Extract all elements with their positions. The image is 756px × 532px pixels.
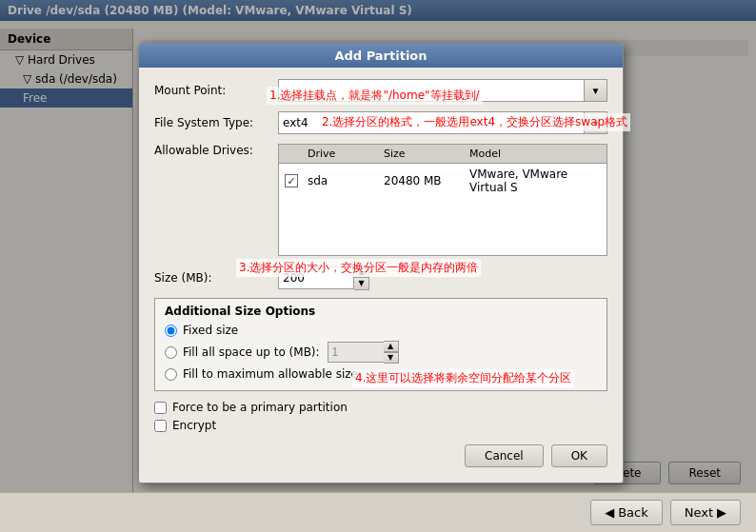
encrypt-label: Encrypt <box>172 419 216 432</box>
col-drive: Drive <box>302 147 378 161</box>
additional-size-options: Additional Size Options Fixed size Fill … <box>154 298 607 391</box>
fill-down-btn: ▼ <box>384 352 398 363</box>
fill-spinner: ▲ ▼ <box>384 341 399 364</box>
cancel-button[interactable]: Cancel <box>465 444 544 467</box>
drive-size: 20480 MB <box>378 173 464 188</box>
bottom-bar: ◀ Back Next ▶ <box>0 492 756 532</box>
force-primary-row: Force to be a primary partition <box>154 401 607 414</box>
option-fixed-row: Fixed size <box>165 324 597 337</box>
drives-table-container: Drive Size Model sda 20480 MB VMware, VM… <box>278 144 607 256</box>
back-icon: ◀ <box>605 505 614 520</box>
drive-name: sda <box>302 173 378 188</box>
option-fill-max-row: Fill to maximum allowable size <box>165 367 597 381</box>
next-label: Next <box>685 505 713 520</box>
size-input-wrap: ▲ ▼ <box>278 266 369 290</box>
dialog-title: Add Partition <box>139 44 623 68</box>
next-icon: ▶ <box>717 505 726 520</box>
allowable-drives-section: Allowable Drives: Drive Size Model <box>154 144 607 256</box>
filesystem-row: File System Type: ▼ <box>154 111 607 134</box>
size-row: Size (MB): ▲ ▼ <box>154 266 607 290</box>
option-fill-up-radio[interactable] <box>165 346 177 359</box>
col-size: Size <box>378 147 464 161</box>
filesystem-input[interactable] <box>278 111 585 134</box>
options-title: Additional Size Options <box>165 305 597 318</box>
col-check <box>279 147 302 161</box>
drive-model: VMware, VMware Virtual S <box>464 167 607 195</box>
drive-checkbox[interactable] <box>285 174 298 187</box>
back-label: Back <box>618 505 648 520</box>
drives-table-header: Drive Size Model <box>279 145 607 164</box>
force-primary-checkbox[interactable] <box>154 402 167 414</box>
next-button[interactable]: Next ▶ <box>670 500 741 525</box>
option-fixed-radio[interactable] <box>165 325 177 337</box>
drive-check[interactable] <box>279 173 302 189</box>
table-row[interactable]: sda 20480 MB VMware, VMware Virtual S <box>279 164 607 198</box>
mount-point-input-wrap: ▼ <box>278 79 607 102</box>
option-fill-up-label: Fill all space up to (MB): <box>183 345 320 359</box>
mount-point-input[interactable] <box>278 79 585 102</box>
size-up-btn[interactable]: ▲ <box>354 266 368 278</box>
force-primary-label: Force to be a primary partition <box>172 401 348 414</box>
option-fill-max-radio[interactable] <box>165 368 177 381</box>
back-button[interactable]: ◀ Back <box>590 500 663 525</box>
dialog-buttons: Cancel OK <box>154 437 607 471</box>
encrypt-row: Encrypt <box>154 419 607 432</box>
drives-table: Drive Size Model sda 20480 MB VMware, VM… <box>278 144 607 256</box>
fill-up-btn: ▲ <box>384 342 398 352</box>
size-label: Size (MB): <box>154 271 278 285</box>
filesystem-input-wrap: ▼ <box>278 111 607 134</box>
size-down-btn[interactable]: ▼ <box>354 278 368 289</box>
add-partition-dialog: Add Partition Mount Point: ▼ File System… <box>138 43 624 483</box>
encrypt-checkbox[interactable] <box>154 420 167 432</box>
size-spinner: ▲ ▼ <box>354 266 369 290</box>
option-fixed-label: Fixed size <box>183 324 238 337</box>
option-fill-up-row: Fill all space up to (MB): ▲ ▼ <box>165 341 597 364</box>
drives-empty-space <box>279 198 607 255</box>
size-input[interactable] <box>278 266 354 289</box>
drives-label: Allowable Drives: <box>154 144 278 157</box>
mount-point-dropdown-btn[interactable]: ▼ <box>585 79 607 102</box>
col-model: Model <box>464 147 607 161</box>
fill-up-input <box>328 342 385 363</box>
option-fill-max-label: Fill to maximum allowable size <box>183 367 358 381</box>
filesystem-label: File System Type: <box>154 116 278 129</box>
filesystem-dropdown-btn[interactable]: ▼ <box>585 111 607 134</box>
drives-label-row: Allowable Drives: Drive Size Model <box>154 144 607 256</box>
mount-point-row: Mount Point: ▼ <box>154 79 607 102</box>
mount-point-label: Mount Point: <box>154 84 278 97</box>
ok-button[interactable]: OK <box>551 444 607 467</box>
dialog-body: Mount Point: ▼ File System Type: ▼ Allow… <box>139 68 623 483</box>
